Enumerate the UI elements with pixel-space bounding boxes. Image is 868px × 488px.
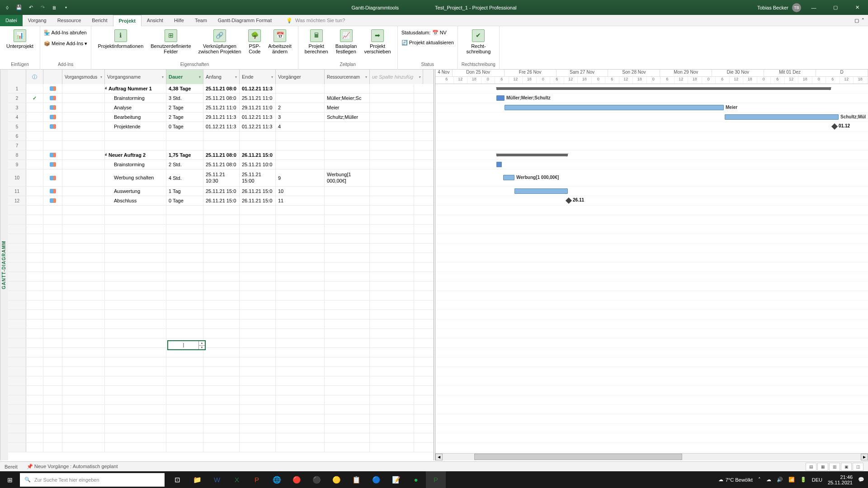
table-row[interactable] — [8, 348, 434, 357]
table-row[interactable] — [8, 319, 434, 329]
pred-cell[interactable] — [276, 150, 325, 160]
table-row[interactable]: 5Projektende0 Tage01.12.21 11:301.12.21 … — [8, 122, 434, 131]
worktime-button[interactable]: 📅Arbeitszeit ändern — [265, 28, 294, 56]
powerpoint-icon[interactable]: P — [247, 471, 267, 488]
row-number[interactable] — [8, 234, 26, 243]
pred-cell[interactable] — [276, 84, 325, 93]
view-resource-button[interactable]: ▣ — [841, 463, 852, 471]
table-row[interactable] — [8, 282, 434, 291]
grid-body[interactable]: 1Auftrag Nummer 14,38 Tage25.11.21 08:00… — [8, 84, 434, 460]
row-number[interactable] — [8, 424, 26, 433]
col-mode2[interactable]: Vorgangsmodus▾ — [62, 70, 105, 84]
row-number[interactable]: 4 — [8, 113, 26, 122]
task-name-cell[interactable]: Bearbeitung — [105, 113, 166, 122]
table-row[interactable]: 6 — [8, 131, 434, 141]
table-row[interactable] — [8, 395, 434, 405]
table-row[interactable] — [8, 253, 434, 263]
pred-cell[interactable]: 11 — [276, 196, 325, 205]
row-number[interactable] — [8, 291, 26, 300]
view-sidebar[interactable]: GANTT-DIAGRAMM — [0, 70, 8, 460]
minimize-button[interactable]: ― — [805, 2, 823, 14]
maximize-button[interactable]: ▢ — [826, 2, 844, 14]
task-bar[interactable] — [496, 162, 502, 167]
addins-my-button[interactable]: 📦 Meine Add-Ins ▾ — [44, 41, 87, 47]
table-row[interactable] — [8, 263, 434, 272]
scroll-right-icon[interactable]: ▶ — [861, 454, 868, 460]
row-number[interactable] — [8, 300, 26, 310]
task-name-cell[interactable]: Analyse — [105, 103, 166, 112]
table-row[interactable] — [8, 414, 434, 424]
row-number[interactable]: 3 — [8, 103, 26, 112]
volume-icon[interactable]: 🔊 — [777, 477, 783, 483]
row-number[interactable] — [8, 386, 26, 395]
table-row[interactable]: 11Auswertung1 Tag25.11.21 15:026.11.21 1… — [8, 187, 434, 196]
table-row[interactable] — [8, 215, 434, 225]
res-cell[interactable] — [325, 150, 370, 160]
task-bar[interactable] — [514, 188, 568, 194]
project-icon[interactable]: P — [426, 471, 446, 488]
table-row[interactable]: 1Auftrag Nummer 14,38 Tage25.11.21 08:00… — [8, 84, 434, 94]
row-number[interactable] — [8, 405, 26, 414]
task-name-cell[interactable]: Brainstorming — [105, 94, 166, 103]
taskview-icon[interactable]: ⊡ — [167, 471, 187, 488]
spellcheck-button[interactable]: ✔Recht- schreibung — [463, 28, 493, 56]
avatar[interactable]: TB — [792, 3, 801, 12]
collapse-icon[interactable] — [105, 153, 108, 157]
user-name[interactable]: Tobias Becker — [757, 5, 788, 10]
row-number[interactable] — [8, 433, 26, 442]
table-row[interactable]: 9Brainstorming2 Std.25.11.21 08:025.11.2… — [8, 160, 434, 169]
battery-icon[interactable]: 🔋 — [800, 477, 807, 483]
res-cell[interactable] — [325, 84, 370, 93]
spotify-icon[interactable]: ● — [406, 471, 426, 488]
task-name-cell[interactable]: Brainstorming — [105, 160, 166, 169]
row-number[interactable] — [8, 329, 26, 338]
res-cell[interactable]: Schultz;Müller — [325, 113, 370, 122]
table-row[interactable] — [8, 386, 434, 395]
close-button[interactable]: ✕ — [848, 2, 866, 14]
duration-cell[interactable]: 4,38 Tage — [166, 84, 203, 93]
col-duration[interactable]: Dauer▾ — [166, 70, 203, 84]
row-number[interactable] — [8, 215, 26, 224]
table-row[interactable]: 4Bearbeitung2 Tage29.11.21 11:301.12.21 … — [8, 113, 434, 122]
start-cell[interactable]: 25.11.21 08:0 — [203, 84, 240, 93]
duration-cell[interactable]: 1 Tag — [166, 187, 203, 196]
res-cell[interactable] — [325, 187, 370, 196]
onedrive-icon[interactable]: ☁ — [766, 477, 771, 483]
row-number[interactable] — [8, 348, 26, 357]
notepad-icon[interactable]: 📝 — [386, 471, 406, 488]
start-button[interactable]: ⊞ — [0, 471, 20, 488]
word-icon[interactable]: W — [207, 471, 227, 488]
table-row[interactable] — [8, 310, 434, 319]
table-row[interactable] — [8, 443, 434, 452]
custom-fields-button[interactable]: ⊞Benutzerdefinierte Felder — [148, 28, 193, 56]
redo-icon[interactable]: ↷ — [39, 4, 46, 11]
task-name-cell[interactable]: Abschluss — [105, 196, 166, 205]
col-start[interactable]: Anfang▾ — [203, 70, 240, 84]
col-end[interactable]: Ende▾ — [240, 70, 276, 84]
pred-cell[interactable]: 10 — [276, 187, 325, 196]
end-cell[interactable]: 25.11.21 15:00 — [240, 169, 276, 186]
row-number[interactable]: 6 — [8, 131, 26, 141]
tab-ressource[interactable]: Ressource — [52, 15, 87, 26]
duration-cell[interactable]: 2 Tage — [166, 103, 203, 112]
tab-hilfe[interactable]: Hilfe — [169, 15, 189, 26]
start-cell[interactable]: 25.11.21 08:0 — [203, 94, 240, 103]
table-row[interactable] — [8, 234, 434, 244]
task-name-cell[interactable]: Werbung schalten — [105, 169, 166, 186]
tab-team[interactable]: Team — [189, 15, 212, 26]
table-row[interactable] — [8, 424, 434, 433]
end-cell[interactable]: 25.11.21 11:0 — [240, 94, 276, 103]
active-cell[interactable]: | ▲▼ — [167, 340, 206, 350]
pred-cell[interactable]: 3 — [276, 113, 325, 122]
duration-cell[interactable]: 4 Std. — [166, 169, 203, 186]
clock[interactable]: 21:46 25.11.2021 — [828, 474, 853, 485]
table-row[interactable]: 7 — [8, 141, 434, 150]
scroll-left-icon[interactable]: ◀ — [435, 454, 443, 460]
start-cell[interactable]: 01.12.21 11:3 — [203, 122, 240, 131]
app1-icon[interactable]: 🟡 — [326, 471, 346, 488]
table-row[interactable]: 8Neuer Auftrag 21,75 Tage25.11.21 08:026… — [8, 150, 434, 160]
end-cell[interactable]: 25.11.21 10:0 — [240, 160, 276, 169]
row-number[interactable] — [8, 310, 26, 319]
tray-up-icon[interactable]: ˄ — [758, 477, 761, 483]
view-team-button[interactable]: ▥ — [829, 463, 840, 471]
